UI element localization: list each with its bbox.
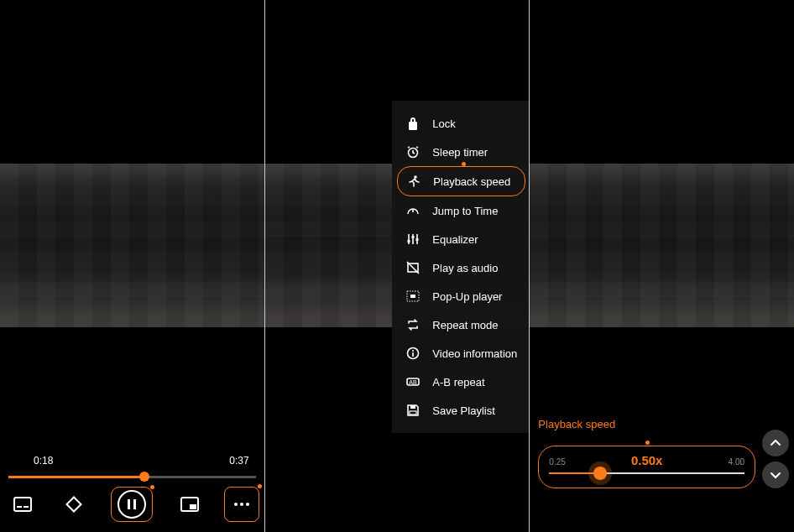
svg-rect-11: [408, 240, 410, 243]
speed-up-button[interactable]: [762, 430, 789, 456]
menu-label: Equalizer: [432, 233, 478, 246]
menu-label: Playback speed: [433, 175, 510, 188]
player-screen: 0:18 0:37: [0, 0, 264, 532]
svg-rect-22: [410, 405, 415, 409]
menu-label: Pop-Up player: [432, 290, 502, 303]
menu-item-playback-speed[interactable]: Playback speed: [397, 166, 525, 196]
speed-panel: Playback speed 0.25 0.50x 4.00: [538, 418, 755, 488]
svg-rect-23: [410, 411, 416, 415]
speed-max: 4.00: [729, 457, 744, 467]
menu-label: Save Playlist: [432, 404, 494, 417]
svg-rect-0: [14, 498, 31, 511]
svg-rect-19: [413, 352, 415, 357]
ab-repeat-icon: AB: [405, 374, 421, 389]
menu-label: A-B repeat: [432, 376, 484, 389]
svg-rect-13: [416, 238, 419, 241]
menu-item-popup-player[interactable]: Pop-Up player: [392, 282, 529, 310]
audio-only-icon: [405, 260, 421, 275]
popup-icon: [405, 289, 421, 304]
pip-button[interactable]: [175, 490, 204, 519]
rotate-icon: [65, 496, 82, 513]
svg-rect-2: [24, 506, 29, 508]
speed-thumb[interactable]: [593, 467, 607, 480]
menu-item-save-playlist[interactable]: Save Playlist: [392, 396, 529, 425]
menu-item-lock[interactable]: Lock: [392, 109, 529, 138]
seek-fill: [8, 476, 144, 478]
player-menu-screen: Lock Sleep timer Playback speed Jump t: [265, 0, 530, 532]
seek-thumb[interactable]: [139, 472, 149, 482]
jump-icon: [405, 203, 421, 218]
time-bar: 0:18 0:37: [34, 455, 249, 467]
menu-item-play-as-audio[interactable]: Play as audio: [392, 253, 529, 282]
pip-icon: [180, 497, 199, 512]
chevron-down-icon: [770, 469, 781, 481]
menu-label: Sleep timer: [432, 146, 488, 159]
svg-rect-3: [67, 498, 81, 512]
pause-button[interactable]: [111, 487, 153, 522]
speed-down-button[interactable]: [762, 462, 789, 488]
pause-icon: [118, 490, 146, 519]
more-button[interactable]: [227, 490, 256, 519]
speed-arrows: [762, 430, 789, 488]
svg-rect-5: [190, 504, 196, 509]
svg-rect-16: [410, 295, 415, 298]
menu-item-repeat-mode[interactable]: Repeat mode: [392, 310, 529, 339]
equalizer-icon: [405, 232, 421, 247]
menu-label: Video information: [432, 347, 517, 360]
menu-item-ab-repeat[interactable]: AB A-B repeat: [392, 368, 529, 396]
save-icon: [405, 403, 421, 418]
svg-text:AB: AB: [410, 379, 418, 385]
speed-value: 0.50x: [631, 453, 663, 467]
menu-label: Jump to Time: [432, 205, 498, 217]
menu-label: Play as audio: [432, 262, 498, 274]
svg-point-18: [412, 350, 414, 352]
options-menu: Lock Sleep timer Playback speed Jump t: [392, 101, 529, 433]
speed-min: 0.25: [549, 457, 565, 467]
repeat-icon: [405, 317, 421, 332]
subtitles-icon: [13, 497, 32, 512]
run-icon: [406, 174, 421, 189]
video-canvas[interactable]: [0, 164, 264, 327]
player-controls: [8, 487, 256, 522]
speed-title: Playback speed: [538, 418, 755, 430]
menu-label: Lock: [432, 117, 455, 130]
playback-speed-screen: Playback speed 0.25 0.50x 4.00: [530, 0, 794, 532]
menu-item-sleep-timer[interactable]: Sleep timer: [392, 138, 529, 166]
chevron-up-icon: [770, 437, 781, 449]
info-icon: [405, 346, 421, 361]
current-time: 0:18: [34, 455, 53, 467]
menu-item-jump-to-time[interactable]: Jump to Time: [392, 196, 529, 225]
svg-rect-12: [412, 236, 415, 238]
video-canvas[interactable]: [530, 164, 794, 327]
total-time: 0:37: [229, 455, 248, 467]
speed-fill: [549, 472, 599, 474]
speed-control: 0.25 0.50x 4.00: [538, 446, 755, 488]
seek-bar[interactable]: [8, 476, 256, 478]
rotate-button[interactable]: [60, 490, 88, 519]
speed-slider[interactable]: [549, 472, 744, 474]
subtitles-button[interactable]: [8, 490, 37, 519]
alarm-icon: [405, 144, 421, 159]
menu-label: Repeat mode: [432, 319, 498, 331]
lock-icon: [405, 116, 421, 131]
menu-item-equalizer[interactable]: Equalizer: [392, 225, 529, 253]
svg-rect-1: [17, 506, 22, 508]
menu-item-video-info[interactable]: Video information: [392, 339, 529, 368]
